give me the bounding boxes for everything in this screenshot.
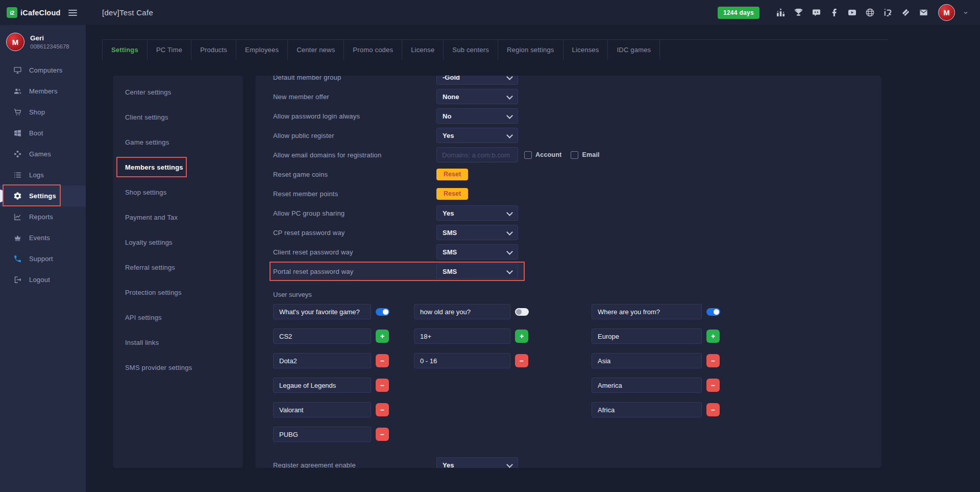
tab-center-news[interactable]: Center news [288,40,344,60]
sidebar-item-events[interactable]: Events [0,227,86,248]
sidebar-item-reports[interactable]: Reports [0,206,86,227]
tab-region-settings[interactable]: Region settings [498,40,564,60]
survey-option-input[interactable] [273,353,371,368]
tab-license[interactable]: License [402,40,444,60]
settings-menu-item-loyalty-settings[interactable]: Loyalty settings [113,230,243,255]
icafecloud-icon[interactable] [883,8,893,18]
tab-employees[interactable]: Employees [236,40,288,60]
allow-email-domains-for-registration-input[interactable] [436,147,518,162]
survey-option-input[interactable] [273,402,371,417]
toggle-knob [714,309,719,315]
remove-option-button[interactable]: – [376,403,389,416]
portal-reset-password-way-select[interactable]: SMS [436,264,518,279]
tab-sub-centers[interactable]: Sub centers [444,40,498,60]
settings-menu-item-client-settings[interactable]: Client settings [113,105,243,130]
reset-game-coins-button[interactable]: Reset [436,169,468,180]
register-agreement-select[interactable]: Yes [436,457,518,468]
remove-option-button[interactable]: – [376,428,389,441]
settings-menu-item-install-links[interactable]: Install links [113,330,243,355]
survey-question-input[interactable] [273,304,371,319]
allow-password-login-always-select[interactable]: No [436,108,518,124]
sidebar-user-block[interactable]: M Geri 008612345678 [0,25,86,57]
survey-option-input[interactable] [592,353,702,368]
survey-option-input[interactable] [273,427,371,442]
days-remaining-badge[interactable]: 1244 days [718,7,760,19]
remove-option-button[interactable]: – [706,403,720,416]
sidebar-item-support[interactable]: Support [0,248,86,269]
email-checkbox-group[interactable]: Email [571,151,599,159]
settings-menu-item-game-settings[interactable]: Game settings [113,130,243,155]
settings-menu-item-label: Install links [125,339,159,346]
settings-menu-item-label: SMS provider settings [125,364,192,371]
sidebar-item-boot[interactable]: Boot [0,123,86,144]
remove-option-button[interactable]: – [706,354,720,367]
survey-option-input[interactable] [273,378,371,393]
new-member-offer-select[interactable]: None [436,89,518,104]
client-reset-password-way-select[interactable]: SMS [436,244,518,260]
globe-icon[interactable] [865,8,875,18]
survey-question-input[interactable] [592,304,702,319]
sidebar-item-label: Logout [29,276,50,284]
allow-pc-group-sharing-select[interactable]: Yes [436,205,518,221]
sidebar-item-computers[interactable]: Computers [0,60,86,81]
form-row-new-member-offer: New member offerNone [273,89,881,104]
tab-promo-codes[interactable]: Promo codes [344,40,402,60]
survey-option-input[interactable] [414,329,510,344]
settings-menu-item-protection-settings[interactable]: Protection settings [113,280,243,305]
add-option-button[interactable]: + [706,330,720,343]
chevron-down-icon[interactable] [963,10,969,16]
reset-member-points-button[interactable]: Reset [436,188,468,200]
sidebar-item-logout[interactable]: Logout [0,269,86,290]
settings-menu-item-sms-provider-settings[interactable]: SMS provider settings [113,355,243,380]
settings-menu-item-shop-settings[interactable]: Shop settings [113,180,243,205]
survey-enabled-toggle[interactable] [706,308,720,316]
remove-option-button[interactable]: – [376,354,389,367]
sidebar-item-members[interactable]: Members [0,81,86,102]
settings-menu-item-api-settings[interactable]: API settings [113,305,243,330]
remove-option-button[interactable]: – [376,379,389,392]
hamburger-menu-icon[interactable] [66,8,79,18]
survey-option-input[interactable] [414,353,510,368]
add-option-button[interactable]: + [515,330,528,343]
youtube-icon[interactable] [847,8,857,18]
account-checkbox-group[interactable]: Account [524,151,561,159]
account-checkbox[interactable] [524,151,532,159]
ranking-icon[interactable] [775,8,786,18]
settings-menu-item-payment-and-tax[interactable]: Payment and Tax [113,205,243,230]
settings-menu-item-referral-settings[interactable]: Referral settings [113,255,243,280]
settings-menu-item-members-settings[interactable]: Members settings [113,155,243,180]
sidebar-item-games[interactable]: Games [0,144,86,165]
survey-enabled-toggle[interactable] [376,308,389,316]
allow-public-register-select[interactable]: Yes [436,128,518,143]
facebook-icon[interactable] [829,8,839,18]
brand-logo[interactable]: i2 iCafeCloud [7,7,61,18]
survey-column-1: +–––– [273,304,389,451]
survey-enabled-toggle[interactable] [515,308,529,316]
sidebar-item-settings[interactable]: Settings [0,185,86,206]
mail-icon[interactable] [918,8,928,18]
sidebar-item-shop[interactable]: Shop [0,102,86,123]
sidebar-item-logs[interactable]: Logs [0,165,86,185]
survey-option-input[interactable] [592,378,702,393]
remove-option-button[interactable]: – [515,354,528,367]
tab-licenses[interactable]: Licenses [564,40,608,60]
user-avatar[interactable]: M [938,4,955,21]
trophy-icon[interactable] [793,8,803,18]
tab-settings[interactable]: Settings [102,40,148,60]
discord-icon[interactable] [811,8,821,18]
survey-option-input[interactable] [592,402,702,417]
tab-pc-time[interactable]: PC Time [148,40,191,60]
email-checkbox[interactable] [571,151,578,159]
survey-option-input[interactable] [273,329,371,344]
settings-menu-item-label: Payment and Tax [125,214,178,221]
survey-option-input[interactable] [592,329,702,344]
settings-menu-item-center-settings[interactable]: Center settings [113,80,243,105]
default-member-group-select[interactable]: -Gold [436,76,518,85]
cp-reset-password-way-select[interactable]: SMS [436,225,518,240]
layers-icon[interactable] [900,8,911,18]
add-option-button[interactable]: + [376,330,389,343]
tab-idc-games[interactable]: IDC games [608,40,660,60]
survey-question-input[interactable] [414,304,510,319]
remove-option-button[interactable]: – [706,379,720,392]
tab-products[interactable]: Products [191,40,236,60]
